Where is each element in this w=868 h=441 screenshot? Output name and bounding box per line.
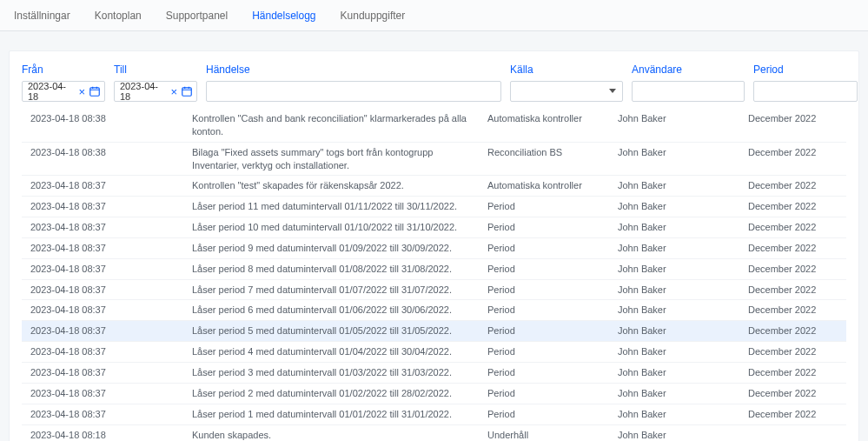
to-date-clear-icon[interactable]: × <box>167 86 181 97</box>
cell-period: December 2022 <box>743 109 846 142</box>
calendar-icon[interactable] <box>181 85 193 97</box>
filter-event-label: Händelse <box>206 63 501 76</box>
cell-event: Kontrollen "test" skapades för räkenskap… <box>187 176 482 197</box>
cell-event: Låser period 7 med datumintervall 01/07/… <box>187 279 482 300</box>
cell-event: Bilaga "Fixed assets summary" togs bort … <box>187 142 482 176</box>
cell-event: Låser period 3 med datumintervall 01/03/… <box>187 362 482 383</box>
table-row[interactable]: 2023-04-18 08:37Låser period 6 med datum… <box>22 300 846 321</box>
cell-event: Låser period 6 med datumintervall 01/06/… <box>187 300 482 321</box>
event-log-panel: Från 2023-04-18 × Till 2023-04-18 × Händ… <box>9 50 859 441</box>
cell-timestamp: 2023-04-18 08:37 <box>22 404 187 424</box>
table-row[interactable]: 2023-04-18 08:37Kontrollen "test" skapad… <box>22 176 846 197</box>
table-row[interactable]: 2023-04-18 08:37Låser period 8 med datum… <box>22 258 846 279</box>
svg-rect-1 <box>182 88 192 96</box>
cell-period: December 2022 <box>743 300 846 321</box>
cell-source: Period <box>482 321 613 342</box>
cell-user: John Baker <box>613 142 743 176</box>
cell-event: Låser period 2 med datumintervall 01/02/… <box>187 383 482 404</box>
to-date-value: 2023-04-18 <box>118 81 167 102</box>
cell-timestamp: 2023-04-18 08:37 <box>22 237 187 258</box>
cell-timestamp: 2023-04-18 08:37 <box>22 197 187 217</box>
cell-period: December 2022 <box>743 237 846 258</box>
event-filter-input[interactable] <box>206 81 501 102</box>
table-row[interactable]: 2023-04-18 08:37Låser period 11 med datu… <box>22 197 846 217</box>
from-date-value: 2023-04-18 <box>26 81 75 102</box>
cell-source: Period <box>482 342 613 363</box>
event-log-table: 2023-04-18 08:38Kontrollen "Cash and ban… <box>22 109 846 441</box>
cell-timestamp: 2023-04-18 08:37 <box>22 321 187 342</box>
tab-bar: InställningarKontoplanSupportpanelHändel… <box>0 0 868 31</box>
user-filter-input[interactable] <box>632 81 745 102</box>
tab-supportpanel[interactable]: Supportpanel <box>166 10 228 22</box>
event-log-body: 2023-04-18 08:38Kontrollen "Cash and ban… <box>22 109 846 441</box>
table-row[interactable]: 2023-04-18 08:37Låser period 10 med datu… <box>22 217 846 238</box>
cell-period: December 2022 <box>743 404 846 424</box>
table-row[interactable]: 2023-04-18 08:37Låser period 7 med datum… <box>22 279 846 300</box>
table-row[interactable]: 2023-04-18 08:37Låser period 5 med datum… <box>22 321 846 342</box>
cell-period: December 2022 <box>743 279 846 300</box>
cell-period: December 2022 <box>743 142 846 176</box>
table-row[interactable]: 2023-04-18 08:37Låser period 3 med datum… <box>22 362 846 383</box>
to-date-input[interactable]: 2023-04-18 × <box>114 81 197 102</box>
cell-timestamp: 2023-04-18 08:37 <box>22 342 187 363</box>
cell-timestamp: 2023-04-18 08:37 <box>22 258 187 279</box>
cell-user: John Baker <box>613 321 743 342</box>
cell-period: December 2022 <box>743 342 846 363</box>
table-row[interactable]: 2023-04-18 08:38Kontrollen "Cash and ban… <box>22 109 846 142</box>
table-row[interactable]: 2023-04-18 08:18Kunden skapades.Underhål… <box>22 424 846 441</box>
cell-source: Period <box>482 279 613 300</box>
table-row[interactable]: 2023-04-18 08:37Låser period 4 med datum… <box>22 342 846 363</box>
cell-source: Automatiska kontroller <box>482 176 613 197</box>
cell-user: John Baker <box>613 197 743 217</box>
filter-period-label: Period <box>753 63 858 76</box>
cell-user: John Baker <box>613 237 743 258</box>
tab-inställningar[interactable]: Inställningar <box>14 10 70 22</box>
filter-to-label: Till <box>114 63 197 76</box>
filter-user-label: Användare <box>632 63 745 76</box>
calendar-icon[interactable] <box>89 85 101 97</box>
cell-timestamp: 2023-04-18 08:38 <box>22 109 187 142</box>
cell-period <box>743 424 846 441</box>
filter-source-label: Källa <box>510 63 623 76</box>
tab-kontoplan[interactable]: Kontoplan <box>95 10 142 22</box>
cell-timestamp: 2023-04-18 08:18 <box>22 424 187 441</box>
source-filter-select[interactable] <box>510 81 623 102</box>
cell-user: John Baker <box>613 109 743 142</box>
cell-timestamp: 2023-04-18 08:37 <box>22 300 187 321</box>
cell-user: John Baker <box>613 342 743 363</box>
cell-period: December 2022 <box>743 362 846 383</box>
cell-source: Period <box>482 258 613 279</box>
table-row[interactable]: 2023-04-18 08:38Bilaga "Fixed assets sum… <box>22 142 846 176</box>
cell-event: Låser period 8 med datumintervall 01/08/… <box>187 258 482 279</box>
cell-event: Låser period 10 med datumintervall 01/10… <box>187 217 482 238</box>
cell-user: John Baker <box>613 217 743 238</box>
cell-user: John Baker <box>613 362 743 383</box>
table-row[interactable]: 2023-04-18 08:37Låser period 9 med datum… <box>22 237 846 258</box>
cell-event: Låser period 11 med datumintervall 01/11… <box>187 197 482 217</box>
cell-period: December 2022 <box>743 217 846 238</box>
cell-event: Låser period 4 med datumintervall 01/04/… <box>187 342 482 363</box>
cell-timestamp: 2023-04-18 08:37 <box>22 362 187 383</box>
cell-event: Kontrollen "Cash and bank reconciliation… <box>187 109 482 142</box>
cell-user: John Baker <box>613 424 743 441</box>
from-date-input[interactable]: 2023-04-18 × <box>22 81 105 102</box>
cell-period: December 2022 <box>743 383 846 404</box>
tab-händelselogg[interactable]: Händelselogg <box>252 10 315 22</box>
cell-timestamp: 2023-04-18 08:37 <box>22 217 187 238</box>
cell-event: Låser period 9 med datumintervall 01/09/… <box>187 237 482 258</box>
cell-source: Reconciliation BS <box>482 142 613 176</box>
cell-event: Kunden skapades. <box>187 424 482 441</box>
cell-source: Period <box>482 237 613 258</box>
period-filter-input[interactable] <box>753 81 858 102</box>
table-row[interactable]: 2023-04-18 08:37Låser period 1 med datum… <box>22 404 846 424</box>
tab-kunduppgifter[interactable]: Kunduppgifter <box>341 10 406 22</box>
cell-timestamp: 2023-04-18 08:37 <box>22 383 187 404</box>
filter-from-label: Från <box>22 63 105 76</box>
cell-user: John Baker <box>613 258 743 279</box>
table-row[interactable]: 2023-04-18 08:37Låser period 2 med datum… <box>22 383 846 404</box>
cell-source: Period <box>482 217 613 238</box>
cell-period: December 2022 <box>743 197 846 217</box>
cell-period: December 2022 <box>743 176 846 197</box>
from-date-clear-icon[interactable]: × <box>75 86 89 97</box>
cell-user: John Baker <box>613 404 743 424</box>
